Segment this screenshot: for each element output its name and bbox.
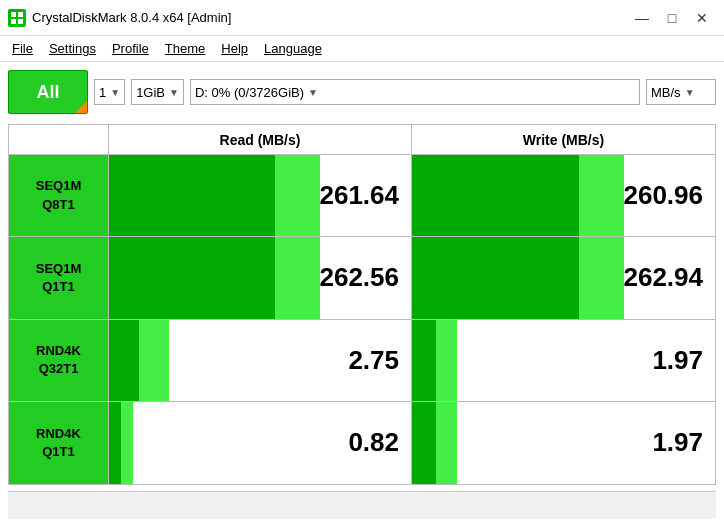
count-dropdown-arrow: ▼ bbox=[110, 87, 120, 98]
svg-rect-3 bbox=[18, 19, 23, 24]
unit-dropdown-arrow: ▼ bbox=[685, 87, 695, 98]
svg-rect-1 bbox=[18, 12, 23, 17]
app-icon bbox=[8, 9, 26, 27]
svg-rect-2 bbox=[11, 19, 16, 24]
menu-theme[interactable]: Theme bbox=[157, 39, 213, 58]
size-dropdown-arrow: ▼ bbox=[169, 87, 179, 98]
row-seq1m-q1t1-read: 262.56 bbox=[109, 237, 412, 319]
minimize-button[interactable]: — bbox=[628, 7, 656, 29]
close-button[interactable]: ✕ bbox=[688, 7, 716, 29]
row-label-rnd4k-q1t1: RND4K Q1T1 bbox=[9, 402, 109, 484]
menu-settings[interactable]: Settings bbox=[41, 39, 104, 58]
row-seq1m-q1t1-write: 262.94 bbox=[412, 237, 715, 319]
header-write: Write (MB/s) bbox=[412, 125, 715, 155]
window-controls: — □ ✕ bbox=[628, 7, 716, 29]
window-title: CrystalDiskMark 8.0.4 x64 [Admin] bbox=[32, 10, 628, 25]
row-seq1m-q8t1-write: 260.96 bbox=[412, 155, 715, 237]
row-label-seq1m-q1t1: SEQ1M Q1T1 bbox=[9, 237, 109, 319]
row-rnd4k-q1t1-write: 1.97 bbox=[412, 402, 715, 484]
menu-file[interactable]: File bbox=[4, 39, 41, 58]
menu-help[interactable]: Help bbox=[213, 39, 256, 58]
main-content: All 1 ▼ 1GiB ▼ D: 0% (0/3726GiB) ▼ MB/s … bbox=[0, 62, 724, 527]
row-rnd4k-q32t1-read: 2.75 bbox=[109, 320, 412, 402]
row-rnd4k-q1t1-read: 0.82 bbox=[109, 402, 412, 484]
menubar: File Settings Profile Theme Help Languag… bbox=[0, 36, 724, 62]
drive-dropdown[interactable]: D: 0% (0/3726GiB) ▼ bbox=[190, 79, 640, 105]
row-label-rnd4k-q32t1: RND4K Q32T1 bbox=[9, 320, 109, 402]
row-label-seq1m-q8t1: SEQ1M Q8T1 bbox=[9, 155, 109, 237]
size-dropdown[interactable]: 1GiB ▼ bbox=[131, 79, 184, 105]
statusbar bbox=[8, 491, 716, 519]
row-rnd4k-q32t1-write: 1.97 bbox=[412, 320, 715, 402]
count-dropdown[interactable]: 1 ▼ bbox=[94, 79, 125, 105]
menu-language[interactable]: Language bbox=[256, 39, 330, 58]
maximize-button[interactable]: □ bbox=[658, 7, 686, 29]
benchmark-table: Read (MB/s) Write (MB/s) SEQ1M Q8T1 261.… bbox=[8, 124, 716, 485]
header-read: Read (MB/s) bbox=[109, 125, 412, 155]
all-button[interactable]: All bbox=[8, 70, 88, 114]
row-seq1m-q8t1-read: 261.64 bbox=[109, 155, 412, 237]
controls-row: All 1 ▼ 1GiB ▼ D: 0% (0/3726GiB) ▼ MB/s … bbox=[8, 70, 716, 114]
menu-profile[interactable]: Profile bbox=[104, 39, 157, 58]
header-label bbox=[9, 125, 109, 155]
svg-rect-0 bbox=[11, 12, 16, 17]
drive-dropdown-arrow: ▼ bbox=[308, 87, 318, 98]
titlebar: CrystalDiskMark 8.0.4 x64 [Admin] — □ ✕ bbox=[0, 0, 724, 36]
unit-dropdown[interactable]: MB/s ▼ bbox=[646, 79, 716, 105]
